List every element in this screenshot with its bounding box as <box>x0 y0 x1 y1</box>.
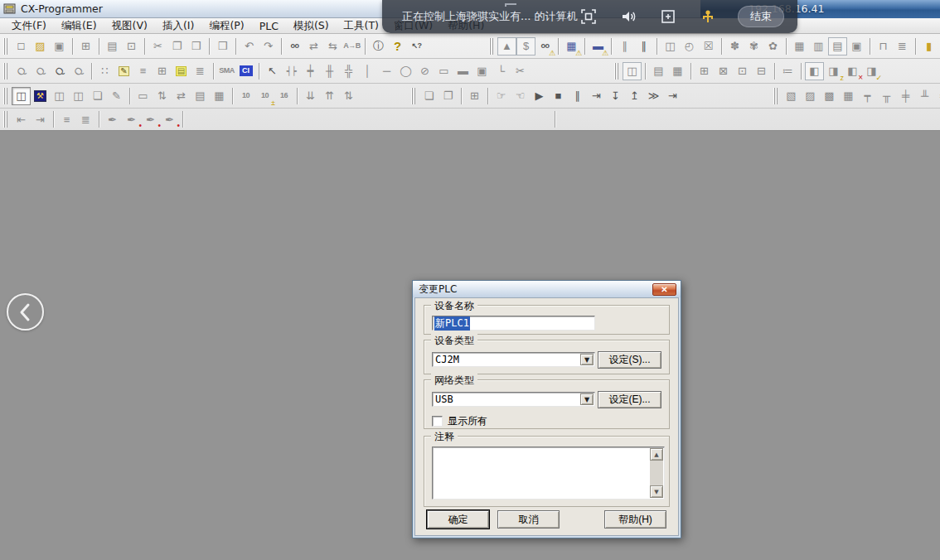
new-closed-coil-button[interactable]: ⊘ <box>415 62 434 80</box>
zoom-out-button[interactable]: Q <box>31 62 50 80</box>
fullscreen-button[interactable] <box>579 7 598 27</box>
device-name-input[interactable]: 新PLC1 <box>432 316 595 331</box>
help-button[interactable]: 帮助(H) <box>604 510 666 529</box>
monitor-decimal-button[interactable]: 10 <box>236 87 255 105</box>
transfer-to-plc-button[interactable]: ▦⚠ <box>562 37 581 56</box>
clear-bookmarks-button[interactable]: ✒• <box>160 110 179 128</box>
new-branch-button[interactable]: └ <box>492 62 511 80</box>
compile-program-button[interactable]: ⊞ <box>76 37 95 56</box>
io-table-button[interactable]: ◫ <box>661 37 680 56</box>
transfer-from-plc-button[interactable]: ⇈ <box>320 87 339 105</box>
online-edit-begin-button[interactable]: ◧ <box>805 62 824 80</box>
mnemonics-view-button[interactable]: SMA <box>217 62 236 80</box>
transfer-to-plc-quick-button[interactable]: ⇊ <box>301 87 320 105</box>
paste-button[interactable]: ❒ <box>187 37 206 56</box>
paste-program-button[interactable]: ❒ <box>213 37 232 56</box>
dialog-close-button[interactable]: ✕ <box>652 283 676 296</box>
toolbar-grip[interactable] <box>614 63 620 80</box>
undo-button[interactable]: ↶ <box>240 37 259 56</box>
network-type-combobox[interactable]: USB ▼ <box>432 392 595 407</box>
menu-file[interactable]: 文件(F) <box>4 18 54 34</box>
menu-simulation[interactable]: 模拟(S) <box>286 18 337 34</box>
pause-monitoring-button[interactable]: ∥ <box>615 37 634 56</box>
watch-apply-value-button[interactable]: ⊡ <box>733 62 752 80</box>
transfer-fb-library-button[interactable]: ▤ <box>649 62 668 80</box>
new-contact-button[interactable]: ┥┝ <box>282 62 301 80</box>
sim-pause-button[interactable]: ∥ <box>568 87 587 105</box>
end-session-button[interactable]: 结束 <box>738 6 784 27</box>
watch-hold-value-button[interactable]: ⊟ <box>752 62 771 80</box>
toolbar-grip[interactable] <box>411 88 417 104</box>
sound-button[interactable] <box>618 7 638 27</box>
show-rung-annotations-button[interactable]: ≡ <box>133 62 153 80</box>
toolbar-grip[interactable] <box>3 38 9 55</box>
device-type-dropdown-icon[interactable]: ▼ <box>580 354 594 365</box>
sim-debug-window-button[interactable]: ❐ <box>439 87 458 105</box>
lock-button[interactable]: ▮ <box>919 37 938 56</box>
network-type-settings-button[interactable]: 设定(E)... <box>598 391 661 408</box>
comment-rung-button[interactable]: ▩ <box>820 87 839 105</box>
next-bookmark-button[interactable]: ✒• <box>122 110 141 128</box>
set-bookmark-button[interactable]: ✒ <box>103 110 122 128</box>
select-mode-button[interactable]: ↖ <box>263 62 282 80</box>
redo-button[interactable]: ↷ <box>259 37 278 56</box>
watch-set-value-button[interactable]: ⊞ <box>695 62 714 80</box>
sim-io-window-button[interactable]: ⊞ <box>465 87 484 105</box>
find-online-button[interactable]: oo⚠ <box>535 37 555 56</box>
verify-memory-button[interactable]: ⇅ <box>339 87 358 105</box>
network-type-dropdown-icon[interactable]: ▼ <box>580 393 594 405</box>
sim-step-out-button[interactable]: ↥ <box>625 87 644 105</box>
new-document-button[interactable]: □ <box>12 37 31 56</box>
menu-edit[interactable]: 编辑(E) <box>54 18 104 34</box>
ci-view-button[interactable]: CI <box>236 62 255 80</box>
overlay-handle[interactable] <box>505 3 516 7</box>
new-or-closed-contact-button[interactable]: ╬ <box>339 62 358 80</box>
show-properties-button[interactable]: ✎ <box>107 87 126 105</box>
compare-with-plc-button[interactable]: ⇄ <box>172 87 191 105</box>
zoom-button[interactable]: Q <box>69 62 88 80</box>
force-off-button[interactable]: ✾ <box>744 37 763 56</box>
toolbar-grip[interactable] <box>3 111 9 128</box>
context-help-button[interactable]: ↖? <box>407 37 426 56</box>
monitor-mode-button[interactable]: ▬⚠ <box>589 37 608 56</box>
force-on-button[interactable]: ✽ <box>725 37 744 56</box>
toolbox-button[interactable] <box>698 7 718 27</box>
comment-box-filled-button[interactable]: ▨ <box>801 87 820 105</box>
device-type-combobox[interactable]: CJ2M ▼ <box>432 352 595 367</box>
new-fb-invocation-button[interactable]: ▣ <box>472 62 492 80</box>
menu-insert[interactable]: 插入(I) <box>155 18 201 34</box>
search-symbols-button[interactable]: ⇆ <box>323 37 342 56</box>
online-edit-send-button[interactable]: ◨z <box>824 62 843 80</box>
memory-cascade-button[interactable]: ▥ <box>809 37 828 56</box>
compile-all-programs-button[interactable]: ▭ <box>133 87 153 105</box>
print-button[interactable]: ▤ <box>103 37 122 56</box>
cut-button[interactable]: ✂ <box>148 37 167 56</box>
comment-scrollbar[interactable]: ▲ ▼ <box>650 448 663 498</box>
new-horizontal-line-button[interactable]: ─ <box>377 62 396 80</box>
show-grid-button[interactable]: ∷ <box>95 62 114 80</box>
show-all-checkbox[interactable] <box>432 416 443 427</box>
clear-breakpoints-button[interactable]: ☜ <box>511 87 530 105</box>
menu-view[interactable]: 视图(V) <box>104 18 155 34</box>
toolbar-grip[interactable] <box>3 63 9 80</box>
zoom-to-fit-button[interactable]: Q <box>12 62 31 80</box>
cross-reference-button[interactable]: ◫ <box>69 87 88 105</box>
menu-plc[interactable]: PLC <box>252 19 286 33</box>
sim-continuous-step-button[interactable]: ≫ <box>644 87 663 105</box>
rung-wrapping-button[interactable]: ⊞ <box>153 62 172 80</box>
sim-stop-button[interactable]: ■ <box>549 87 568 105</box>
work-online-simulator-button[interactable]: ▦ <box>210 87 229 105</box>
toolbar-grip[interactable] <box>773 88 779 104</box>
net-branch-cross-button[interactable]: ╪ <box>896 87 915 105</box>
menu-program[interactable]: 编程(P) <box>201 18 251 34</box>
plc-clock-button[interactable]: ◴ <box>680 37 699 56</box>
watch-clear-value-button[interactable]: ⊠ <box>714 62 733 80</box>
comment-textarea[interactable]: ▲ ▼ <box>432 447 665 500</box>
monitor-in-rung-button[interactable]: ▤ <box>172 62 191 80</box>
previous-bookmark-button[interactable]: ✒• <box>141 110 160 128</box>
net-branch-top-button[interactable]: ┯ <box>858 87 877 105</box>
net-branch-double-button[interactable]: ╥ <box>877 87 896 105</box>
differential-trace-button[interactable]: ⊓ <box>874 37 893 56</box>
indent-rung-left-button[interactable]: ⇤ <box>12 110 31 128</box>
set-breakpoint-button[interactable]: ☞ <box>492 87 511 105</box>
